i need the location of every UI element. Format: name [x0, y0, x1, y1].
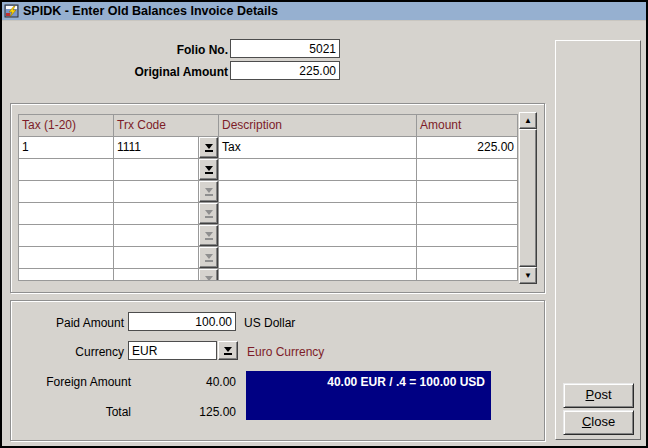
col-header-trx-code: Trx Code — [114, 115, 219, 137]
trx-code-lov-button — [199, 225, 218, 246]
table-cell-tax[interactable] — [19, 159, 114, 181]
table-cell-trx-code[interactable] — [114, 181, 199, 203]
tax-table: Tax (1-20) Trx Code Description Amount 1… — [18, 114, 518, 281]
table-scrollbar[interactable]: ▲ ▼ — [519, 112, 537, 284]
lov-dropdown-icon — [205, 210, 213, 218]
post-button[interactable]: Post — [563, 383, 634, 408]
app-icon — [4, 3, 20, 19]
window-title: SPIDK - Enter Old Balances Invoice Detai… — [23, 4, 278, 18]
trx-code-lov-button[interactable] — [199, 159, 218, 180]
table-cell-description[interactable] — [219, 181, 417, 203]
scrollbar-thumb[interactable] — [519, 129, 537, 267]
trx-code-lov-button — [199, 247, 218, 268]
scroll-down-button[interactable]: ▼ — [519, 267, 537, 284]
total-label: Total — [11, 405, 131, 419]
paid-currency-text: US Dollar — [244, 316, 295, 330]
table-cell-tax[interactable]: 1 — [19, 137, 114, 159]
payment-groupbox: Paid Amount US Dollar Currency Euro Curr… — [10, 300, 545, 441]
trx-code-lov-button — [199, 269, 218, 281]
foreign-amount-value: 40.00 — [131, 375, 236, 389]
foreign-amount-label: Foreign Amount — [11, 375, 131, 389]
currency-label: Currency — [11, 345, 124, 359]
original-amount-label: Original Amount — [2, 65, 228, 79]
currency-description-text: Euro Currency — [247, 345, 324, 359]
button-side-panel: Post Close — [555, 40, 641, 440]
lov-dropdown-icon — [205, 254, 213, 262]
scroll-up-button[interactable]: ▲ — [519, 112, 537, 129]
table-cell-amount[interactable] — [417, 269, 517, 281]
table-cell-amount[interactable] — [417, 225, 517, 247]
table-cell-tax[interactable] — [19, 247, 114, 269]
table-cell-amount[interactable] — [417, 181, 517, 203]
table-cell-trx-code[interactable] — [114, 269, 199, 281]
paid-amount-input[interactable] — [128, 312, 236, 331]
trx-code-lov-button — [199, 181, 218, 202]
tax-table-groupbox: Tax (1-20) Trx Code Description Amount 1… — [10, 103, 545, 293]
currency-input[interactable] — [128, 341, 217, 360]
folio-label: Folio No. — [2, 43, 228, 57]
table-cell-tax[interactable] — [19, 203, 114, 225]
lov-dropdown-icon — [224, 347, 232, 355]
title-bar[interactable]: SPIDK - Enter Old Balances Invoice Detai… — [2, 2, 646, 21]
currency-lov-button[interactable] — [218, 341, 238, 360]
lov-dropdown-icon — [205, 166, 213, 174]
trx-code-lov-button[interactable] — [199, 137, 218, 158]
table-cell-tax[interactable] — [19, 181, 114, 203]
total-value: 125.00 — [131, 405, 236, 419]
table-cell-amount[interactable]: 225.00 — [417, 137, 517, 159]
lov-dropdown-icon — [205, 144, 213, 152]
col-header-tax: Tax (1-20) — [19, 115, 114, 137]
table-cell-description[interactable] — [219, 225, 417, 247]
table-cell-trx-code[interactable] — [114, 203, 199, 225]
original-amount-input[interactable] — [230, 61, 340, 80]
table-cell-trx-code[interactable] — [114, 247, 199, 269]
table-cell-amount[interactable] — [417, 203, 517, 225]
scroll-down-icon: ▼ — [524, 271, 532, 280]
col-header-description: Description — [219, 115, 417, 137]
table-cell-description[interactable] — [219, 159, 417, 181]
scroll-up-icon: ▲ — [524, 116, 532, 125]
table-cell-description[interactable]: Tax — [219, 137, 417, 159]
table-cell-tax[interactable] — [19, 269, 114, 281]
lov-dropdown-icon — [205, 276, 213, 282]
table-cell-description[interactable] — [219, 269, 417, 281]
table-cell-description[interactable] — [219, 203, 417, 225]
conversion-banner: 40.00 EUR / .4 = 100.00 USD — [246, 371, 491, 420]
table-cell-tax[interactable] — [19, 225, 114, 247]
table-cell-trx-code[interactable] — [114, 225, 199, 247]
trx-code-lov-button — [199, 203, 218, 224]
paid-amount-label: Paid Amount — [11, 316, 124, 330]
dialog-window: SPIDK - Enter Old Balances Invoice Detai… — [0, 0, 648, 448]
folio-input[interactable] — [230, 39, 340, 58]
col-header-amount: Amount — [417, 115, 517, 137]
close-button[interactable]: Close — [563, 410, 634, 435]
conversion-text: 40.00 EUR / .4 = 100.00 USD — [327, 375, 485, 389]
table-cell-trx-code[interactable] — [114, 159, 199, 181]
table-cell-amount[interactable] — [417, 247, 517, 269]
table-cell-amount[interactable] — [417, 159, 517, 181]
lov-dropdown-icon — [205, 232, 213, 240]
table-cell-trx-code[interactable]: 1111 — [114, 137, 199, 159]
lov-dropdown-icon — [205, 188, 213, 196]
table-cell-description[interactable] — [219, 247, 417, 269]
